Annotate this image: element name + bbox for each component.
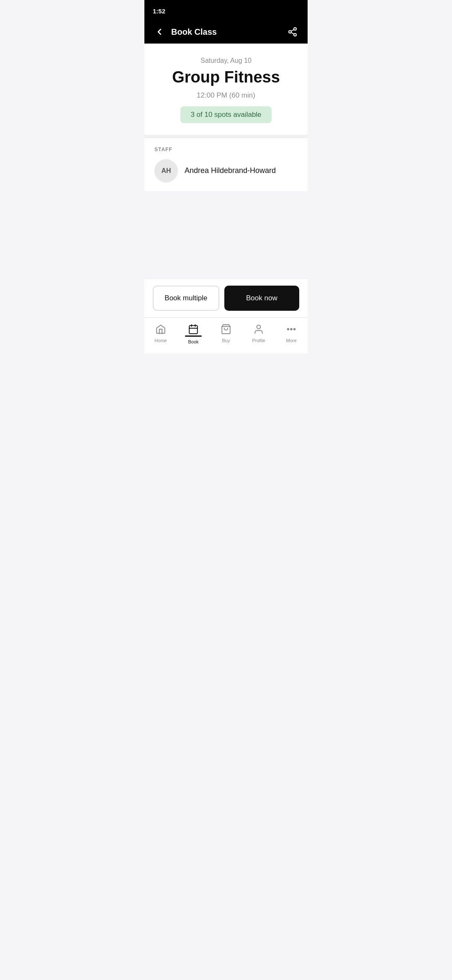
- svg-line-3: [291, 33, 294, 34]
- svg-point-11: [288, 328, 289, 330]
- tab-active-indicator: [185, 335, 202, 337]
- status-time: 1:52: [153, 8, 165, 15]
- profile-icon: [253, 324, 264, 336]
- content-spacer: [144, 191, 308, 279]
- more-icon: [286, 324, 297, 336]
- tab-buy-label: Buy: [222, 338, 230, 343]
- book-now-button[interactable]: Book now: [224, 286, 299, 311]
- svg-point-13: [294, 328, 295, 330]
- class-info-section: Saturday, Aug 10 Group Fitness 12:00 PM …: [144, 44, 308, 138]
- class-name: Group Fitness: [154, 68, 298, 87]
- buy-icon: [221, 324, 231, 336]
- svg-rect-5: [189, 325, 198, 334]
- staff-initials: AH: [161, 167, 171, 175]
- svg-line-4: [291, 30, 294, 31]
- tab-home[interactable]: Home: [144, 321, 177, 347]
- tab-profile[interactable]: Profile: [242, 321, 275, 347]
- staff-section-label: STAFF: [154, 147, 298, 152]
- bottom-actions: Book multiple Book now: [144, 279, 308, 317]
- svg-point-10: [257, 325, 261, 329]
- tab-home-label: Home: [154, 338, 167, 343]
- nav-bar: Book Class: [144, 20, 308, 44]
- svg-point-12: [290, 328, 292, 330]
- tab-buy[interactable]: Buy: [210, 321, 242, 347]
- tab-more-label: More: [286, 338, 296, 343]
- back-button[interactable]: [153, 25, 166, 39]
- spots-badge: 3 of 10 spots available: [180, 106, 271, 123]
- tab-bar: Home Book Buy: [144, 317, 308, 353]
- nav-title: Book Class: [171, 27, 217, 37]
- book-icon: [188, 324, 199, 336]
- staff-item: AH Andrea Hildebrand-Howard: [154, 159, 298, 183]
- staff-section: STAFF AH Andrea Hildebrand-Howard: [144, 138, 308, 191]
- class-time: 12:00 PM (60 min): [154, 91, 298, 100]
- status-bar: 1:52: [144, 0, 308, 20]
- tab-profile-label: Profile: [252, 338, 265, 343]
- class-date: Saturday, Aug 10: [154, 57, 298, 64]
- home-icon: [155, 324, 166, 336]
- staff-name: Andrea Hildebrand-Howard: [185, 166, 276, 175]
- tab-more[interactable]: More: [275, 321, 308, 347]
- tab-book[interactable]: Book: [177, 321, 210, 347]
- share-button[interactable]: [286, 25, 299, 39]
- tab-book-label: Book: [188, 339, 198, 344]
- nav-bar-left: Book Class: [153, 25, 217, 39]
- book-multiple-button[interactable]: Book multiple: [153, 286, 219, 311]
- staff-avatar: AH: [154, 159, 178, 183]
